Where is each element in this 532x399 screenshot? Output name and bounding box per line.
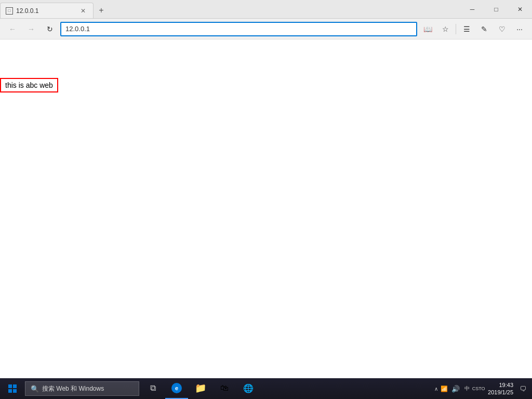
browser-icon: 🌐 [243, 383, 254, 393]
taskbar-search[interactable]: 🔍 搜索 Web 和 Windows [25, 381, 139, 396]
more-button[interactable]: ··· [511, 21, 528, 37]
account-icon: ♡ [499, 25, 506, 33]
store-app-button[interactable]: 🛍 [213, 378, 236, 399]
more-icon: ··· [516, 25, 523, 33]
search-icon: 🔍 [31, 385, 39, 393]
folder-icon: 📁 [195, 382, 206, 394]
account-button[interactable]: ♡ [494, 21, 510, 37]
reader-icon: 📖 [423, 25, 432, 33]
notification-icon: 🗨 [520, 385, 526, 393]
tab-favicon-icon: □ [6, 7, 13, 15]
hub-button[interactable]: ☰ [458, 21, 475, 37]
taskbar-right: ∧ 📶 🔊 中 CSTO 19:43 2019/1/25 🗨 [434, 381, 532, 396]
network-icon: 📶 [441, 385, 448, 392]
task-view-icon: ⧉ [150, 383, 156, 393]
notes-icon: ✎ [481, 25, 487, 33]
reader-view-button[interactable]: 📖 [419, 21, 436, 37]
explorer-app-button[interactable]: 📁 [189, 378, 212, 399]
tab-title: 12.0.0.1 [16, 7, 75, 15]
forward-icon: → [28, 25, 35, 33]
close-button[interactable]: ✕ [508, 0, 532, 19]
maximize-button[interactable]: □ [484, 0, 508, 19]
ime-tray-icon[interactable]: 中 [462, 383, 472, 394]
favorites-button[interactable]: ☆ [437, 21, 454, 37]
hub-icon: ☰ [463, 25, 470, 33]
forward-button[interactable]: → [23, 21, 39, 37]
tray-icons: ∧ 📶 🔊 中 CSTO [434, 383, 484, 394]
svg-rect-2 [8, 389, 12, 393]
ime-icon: 中 [464, 385, 470, 392]
toolbar-divider [456, 24, 456, 34]
svg-rect-1 [13, 384, 17, 388]
task-view-button[interactable]: ⧉ [141, 378, 164, 399]
favorites-icon: ☆ [442, 25, 449, 33]
search-label: 搜索 Web 和 Windows [42, 384, 104, 393]
clock-date: 2019/1/25 [488, 389, 513, 396]
cto-tray-icon[interactable]: CSTO [473, 383, 484, 394]
browser-tab[interactable]: □ 12.0.0.1 ✕ [0, 3, 94, 18]
new-tab-button[interactable]: + [94, 3, 109, 18]
windows-logo-icon [8, 384, 17, 393]
window-controls: ─ □ ✕ [460, 0, 532, 18]
volume-icon: 🔊 [451, 385, 460, 393]
edge-app-button[interactable]: e [165, 378, 188, 399]
edge-icon: e [171, 383, 182, 393]
notification-button[interactable]: 🗨 [517, 383, 528, 394]
system-clock[interactable]: 19:43 2019/1/25 [486, 381, 515, 396]
refresh-icon: ↻ [47, 25, 53, 33]
browser-app-button[interactable]: 🌐 [237, 378, 260, 399]
network-tray-icon[interactable]: 📶 [439, 383, 449, 394]
clock-time: 19:43 [488, 381, 513, 389]
notes-button[interactable]: ✎ [476, 21, 493, 37]
volume-tray-icon[interactable]: 🔊 [450, 383, 461, 394]
back-button[interactable]: ← [4, 21, 21, 37]
back-icon: ← [9, 25, 16, 33]
store-icon: 🛍 [220, 383, 229, 393]
tab-area: □ 12.0.0.1 ✕ + [0, 0, 460, 18]
taskbar-apps: ⧉ e 📁 🛍 🌐 [139, 378, 434, 399]
refresh-button[interactable]: ↻ [42, 21, 58, 37]
toolbar-icons: 📖 ☆ ☰ ✎ ♡ ··· [419, 21, 528, 37]
cto-icon: CSTO [472, 386, 485, 391]
tray-expand-button[interactable]: ∧ [434, 386, 438, 392]
page-text: this is abc web [0, 78, 58, 92]
taskbar: 🔍 搜索 Web 和 Windows ⧉ e 📁 🛍 🌐 ∧ 📶 🔊 [0, 378, 532, 399]
start-button[interactable] [0, 378, 25, 399]
nav-bar: ← → ↻ 📖 ☆ ☰ ✎ ♡ ··· [0, 19, 532, 39]
browser-content: this is abc web [0, 39, 532, 378]
title-bar: □ 12.0.0.1 ✕ + ─ □ ✕ [0, 0, 532, 19]
svg-rect-3 [13, 389, 17, 393]
tab-close-button[interactable]: ✕ [78, 6, 88, 16]
address-bar[interactable] [60, 22, 417, 36]
minimize-button[interactable]: ─ [460, 0, 484, 19]
svg-rect-0 [8, 384, 12, 388]
